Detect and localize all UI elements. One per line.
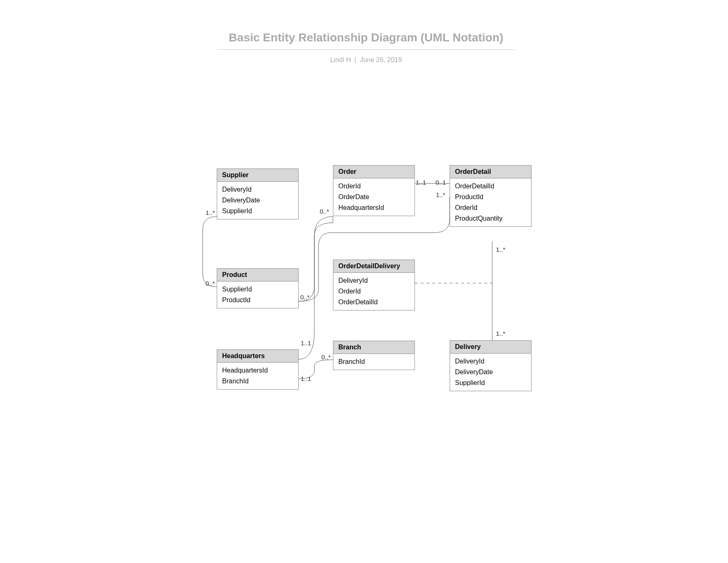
mult-supplier-product-bot: 0..* xyxy=(206,280,215,287)
entity-supplier-attr: DeliveryId xyxy=(222,184,293,195)
entity-headquarters-attr: BranchId xyxy=(222,376,293,387)
entity-orderdetaildelivery-attr: DeliveryId xyxy=(338,275,410,286)
mult-od-deliv-bot: 1..* xyxy=(496,330,505,337)
entity-product: Product SupplierId ProductId xyxy=(217,268,299,308)
title-area: Basic Entity Relationship Diagram (UML N… xyxy=(217,31,515,64)
entity-orderdetaildelivery-name: OrderDetailDelivery xyxy=(333,260,414,273)
author: Lindi H xyxy=(330,56,351,63)
entity-product-attr: SupplierId xyxy=(222,284,293,295)
entity-headquarters-name: Headquarters xyxy=(217,350,298,363)
mult-order-product-bot: 0..* xyxy=(300,294,310,301)
entity-delivery-attr: DeliveryId xyxy=(455,356,526,367)
mult-order-od-2: 0..1 xyxy=(436,179,446,186)
mult-hq-order-11a: 1..1 xyxy=(301,339,311,346)
mult-supplier-product-top: 1..* xyxy=(206,209,215,216)
diagram-title: Basic Entity Relationship Diagram (UML N… xyxy=(217,31,515,44)
entity-orderdetail-attr: OrderId xyxy=(455,202,526,213)
mult-od-deliv-top: 1..* xyxy=(496,246,505,253)
entity-product-name: Product xyxy=(217,269,298,282)
entity-supplier-name: Supplier xyxy=(217,169,298,182)
entity-order-attr: OrderId xyxy=(338,181,410,192)
entity-orderdetaildelivery-attr: OrderDetailId xyxy=(338,297,410,308)
diagram-subtitle: Lindi H | June 26, 2019 xyxy=(217,56,515,64)
mult-od-1s: 1..* xyxy=(436,191,445,198)
entity-orderdetail-name: OrderDetail xyxy=(450,166,531,178)
entity-supplier: Supplier DeliveryId DeliveryDate Supplie… xyxy=(217,168,299,219)
entity-orderdetail-attr: ProductId xyxy=(455,192,526,202)
mult-order-product-top: 0..* xyxy=(320,208,329,215)
entity-delivery-attr: SupplierId xyxy=(455,378,526,388)
title-rule xyxy=(217,49,515,50)
entity-product-attr: ProductId xyxy=(222,295,293,306)
entity-orderdetail-attr: OrderDetailId xyxy=(455,181,526,192)
entity-branch: Branch BranchId xyxy=(333,341,415,370)
entity-order-attr: HeadquartersId xyxy=(338,202,410,213)
entity-orderdetaildelivery: OrderDetailDelivery DeliveryId OrderId O… xyxy=(333,260,415,310)
entity-delivery-attr: DeliveryDate xyxy=(455,367,526,378)
entity-orderdetail: OrderDetail OrderDetailId ProductId Orde… xyxy=(450,165,532,227)
entity-branch-attr: BranchId xyxy=(338,356,410,367)
entity-supplier-attr: DeliveryDate xyxy=(222,195,293,206)
mult-branch-0: 0..* xyxy=(321,354,331,361)
entity-delivery: Delivery DeliveryId DeliveryDate Supplie… xyxy=(450,340,532,391)
entity-supplier-attr: SupplierId xyxy=(222,206,293,217)
entity-headquarters: Headquarters HeadquartersId BranchId xyxy=(217,349,299,390)
entity-delivery-name: Delivery xyxy=(450,341,531,354)
mult-hq-order-11b: 1..1 xyxy=(301,375,311,382)
entity-headquarters-attr: HeadquartersId xyxy=(222,365,293,376)
entity-order-attr: OrderDate xyxy=(338,192,410,202)
entity-order: Order OrderId OrderDate HeadquartersId xyxy=(333,165,415,216)
entity-branch-name: Branch xyxy=(333,341,414,354)
date: June 26, 2019 xyxy=(360,56,402,63)
entity-orderdetail-attr: ProductQuantity xyxy=(455,213,526,224)
mult-order-od-1: 1..1 xyxy=(416,179,426,186)
entity-orderdetaildelivery-attr: OrderId xyxy=(338,286,410,297)
entity-order-name: Order xyxy=(333,166,414,178)
